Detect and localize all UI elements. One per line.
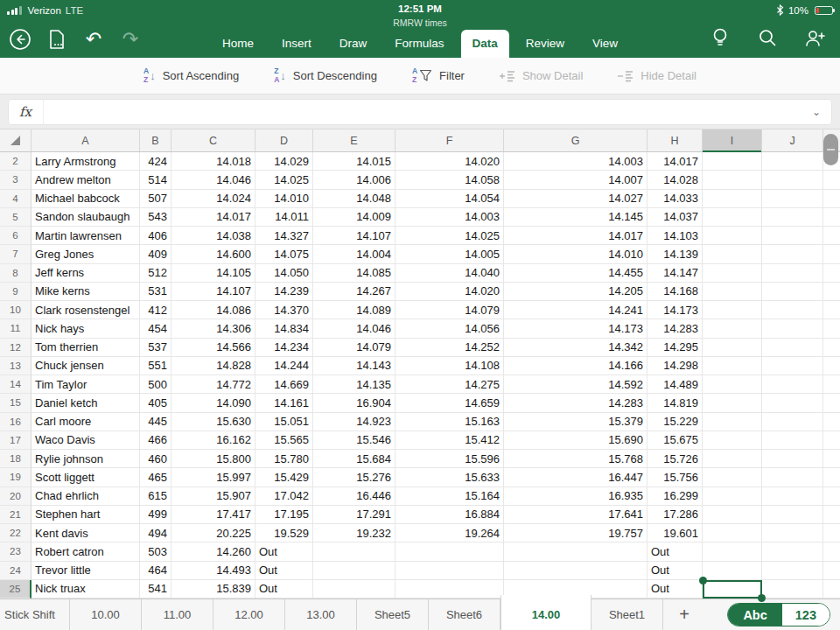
row-header-7[interactable]: 7 [0, 245, 32, 263]
cell-E23[interactable] [313, 542, 396, 561]
cell-F9[interactable]: 14.020 [396, 283, 504, 301]
cell-C7[interactable]: 14.600 [172, 245, 256, 263]
col-header-B[interactable]: B [140, 130, 172, 151]
cell-G17[interactable]: 15.690 [504, 431, 648, 450]
cell-I14[interactable] [703, 375, 762, 394]
cell-F22[interactable]: 19.264 [396, 524, 504, 542]
cell-C23[interactable]: 14.260 [172, 542, 256, 561]
cell-D19[interactable]: 15.429 [256, 468, 313, 486]
cell-I3[interactable] [703, 171, 762, 189]
cell-B17[interactable]: 466 [140, 431, 172, 450]
cell-B18[interactable]: 460 [140, 450, 172, 468]
cell-C12[interactable]: 14.566 [172, 339, 256, 357]
cell-A2[interactable]: Larry Armstrong [32, 152, 140, 171]
cell-A3[interactable]: Andrew melton [32, 171, 140, 189]
row-header-2[interactable]: 2 [0, 152, 32, 171]
cell-D23[interactable]: Out [256, 542, 313, 561]
cell-C24[interactable]: 14.493 [172, 562, 256, 580]
row-header-6[interactable]: 6 [0, 227, 32, 245]
cell-B13[interactable]: 551 [140, 357, 172, 375]
cell-F8[interactable]: 14.040 [396, 264, 504, 283]
cell-J18[interactable] [762, 450, 823, 468]
cell-F4[interactable]: 14.054 [396, 190, 504, 208]
cell-I9[interactable] [703, 283, 762, 301]
cell-I4[interactable] [703, 190, 762, 208]
cell-H4[interactable]: 14.033 [648, 190, 703, 208]
cell-E5[interactable]: 14.009 [313, 208, 396, 227]
formula-bar-expand-chevron-icon[interactable]: ⌄ [801, 106, 832, 118]
row-header-3[interactable]: 3 [0, 171, 32, 189]
cell-A10[interactable]: Clark rosenstengel [32, 301, 140, 319]
sheet-tab-12.00[interactable]: 12.00 [214, 599, 285, 630]
cell-G11[interactable]: 14.173 [504, 319, 648, 338]
cell-F20[interactable]: 15.164 [396, 487, 504, 506]
row-header-4[interactable]: 4 [0, 190, 32, 208]
cell-B12[interactable]: 537 [140, 339, 172, 357]
cell-G18[interactable]: 15.768 [504, 450, 648, 468]
row-header-13[interactable]: 13 [0, 357, 32, 375]
cell-G20[interactable]: 16.935 [504, 487, 648, 506]
cell-C2[interactable]: 14.018 [172, 152, 256, 171]
cell-J14[interactable] [762, 375, 823, 394]
cell-D16[interactable]: 15.051 [256, 413, 313, 431]
cell-A19[interactable]: Scott liggett [32, 468, 140, 486]
cell-I15[interactable] [703, 394, 762, 412]
cell-I24[interactable] [703, 562, 762, 580]
cell-A24[interactable]: Trevor little [32, 562, 140, 580]
cell-C6[interactable]: 14.038 [172, 227, 256, 245]
cell-E15[interactable]: 16.904 [313, 394, 396, 412]
cell-C4[interactable]: 14.024 [172, 190, 256, 208]
cell-J7[interactable] [762, 245, 823, 263]
back-button[interactable] [7, 26, 33, 52]
cell-I20[interactable] [703, 487, 762, 506]
cell-G24[interactable] [504, 562, 648, 580]
cell-H9[interactable]: 14.168 [648, 283, 703, 301]
cell-E16[interactable]: 14.923 [313, 413, 396, 431]
cell-D25[interactable]: Out [256, 580, 313, 598]
cell-H16[interactable]: 15.229 [648, 413, 703, 431]
cell-A9[interactable]: Mike kerns [32, 283, 140, 301]
cell-I21[interactable] [703, 506, 762, 524]
cell-I6[interactable] [703, 227, 762, 245]
cell-C17[interactable]: 16.162 [172, 431, 256, 450]
cell-J12[interactable] [762, 339, 823, 357]
sheet-tab-stick-shift[interactable]: Stick Shift [0, 599, 70, 630]
cell-J5[interactable] [762, 208, 823, 227]
cell-G22[interactable]: 19.757 [504, 524, 648, 542]
cell-B20[interactable]: 615 [140, 487, 172, 506]
cell-J21[interactable] [762, 506, 823, 524]
col-header-C[interactable]: C [172, 130, 256, 151]
sort-descending-button[interactable]: ZA ↓ Sort Descending [274, 67, 377, 84]
cell-I5[interactable] [703, 208, 762, 227]
cell-C20[interactable]: 15.907 [172, 487, 256, 506]
cell-G23[interactable] [504, 542, 648, 561]
cell-F12[interactable]: 14.252 [396, 339, 504, 357]
cell-J10[interactable] [762, 301, 823, 319]
cell-E6[interactable]: 14.107 [313, 227, 396, 245]
col-header-G[interactable]: G [504, 130, 648, 151]
filter-button[interactable]: AZ Filter [412, 67, 465, 84]
cell-G5[interactable]: 14.145 [504, 208, 648, 227]
tell-me-lightbulb-icon[interactable] [707, 24, 733, 51]
cell-E20[interactable]: 16.446 [313, 487, 396, 506]
cell-B11[interactable]: 454 [140, 319, 172, 338]
cell-I8[interactable] [703, 264, 762, 283]
cell-E17[interactable]: 15.546 [313, 431, 396, 450]
cell-F25[interactable] [396, 580, 504, 598]
sort-ascending-button[interactable]: AZ ↓ Sort Ascending [144, 67, 239, 84]
cell-H14[interactable]: 14.489 [648, 375, 703, 394]
cell-H11[interactable]: 14.283 [648, 319, 703, 338]
cell-G15[interactable]: 14.283 [504, 394, 648, 412]
cell-J15[interactable] [762, 394, 823, 412]
cell-C21[interactable]: 17.417 [172, 506, 256, 524]
cell-F10[interactable]: 14.079 [396, 301, 504, 319]
cell-D21[interactable]: 17.195 [256, 506, 313, 524]
cell-C22[interactable]: 20.225 [172, 524, 256, 542]
cell-D7[interactable]: 14.075 [256, 245, 313, 263]
cell-A25[interactable]: Nick truax [32, 580, 140, 598]
cell-A14[interactable]: Tim Taylor [32, 375, 140, 394]
cell-F14[interactable]: 14.275 [396, 375, 504, 394]
keyboard-mode-abc[interactable]: Abc [728, 604, 781, 626]
cell-B3[interactable]: 514 [140, 171, 172, 189]
sheet-tab-sheet5[interactable]: Sheet5 [357, 599, 429, 630]
